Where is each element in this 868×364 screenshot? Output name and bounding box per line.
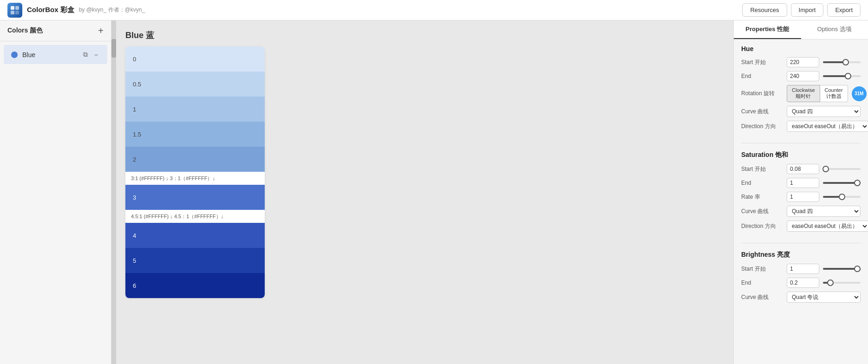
color-swatch[interactable]: 6 (125, 273, 265, 298)
color-swatch[interactable]: 5 (125, 248, 265, 273)
clockwise-button[interactable]: Clockwise 顺时针 (787, 85, 820, 102)
sat-start-row: Start 开始 (741, 164, 861, 174)
sidebar-title: Colors 颜色 (7, 26, 43, 35)
bright-curve-row: Curve 曲线 Quart 夸说 Quad Linear (741, 292, 861, 303)
sat-rate-input[interactable] (787, 192, 819, 202)
color-swatch[interactable]: 4 (125, 223, 265, 248)
bright-curve-label: Curve 曲线 (741, 293, 783, 301)
bright-end-label: End (741, 280, 783, 286)
sat-direction-select[interactable]: easeOut easeOut（易出） easeIn (787, 221, 868, 232)
swatch-label: 1.5 (133, 131, 141, 138)
divider-2 (741, 243, 861, 243)
palette-title: Blue 蓝 (125, 30, 724, 41)
swatch-label: 5 (133, 257, 136, 264)
sidebar-item-blue[interactable]: Blue ⧉ − (4, 45, 107, 64)
sat-end-input[interactable] (787, 178, 819, 188)
scrollbar-thumb[interactable] (111, 39, 116, 58)
export-button[interactable]: Export (827, 3, 861, 17)
sidebar-item-label: Blue (22, 51, 77, 58)
hue-rotation-row: Rotation 旋转 Clockwise 顺时针 Counter 计数器 31… (741, 85, 861, 102)
bright-start-label: Start 开始 (741, 265, 783, 273)
sat-direction-label: Direction 方向 (741, 222, 783, 230)
hue-direction-label: Direction 方向 (741, 123, 783, 130)
bright-start-input[interactable] (787, 264, 819, 274)
tab-properties[interactable]: Properties 性能 (734, 20, 801, 39)
divider-1 (741, 143, 861, 143)
bright-curve-select[interactable]: Quart 夸说 Quad Linear (787, 292, 861, 303)
color-swatch[interactable]: 1.5 (125, 122, 265, 147)
sat-direction-row: Direction 方向 easeOut easeOut（易出） easeIn (741, 221, 861, 232)
hue-start-input[interactable] (787, 57, 819, 67)
center-content: Blue 蓝 00.511.523:1 (#FFFFFF) ↓ 3：1（#FFF… (116, 20, 733, 364)
import-button[interactable]: Import (791, 3, 824, 17)
sidebar-item-actions: ⧉ − (81, 50, 100, 59)
app-logo (7, 3, 22, 18)
app-subtitle: by @kvyn_ 作者：@kvyn_ (79, 6, 145, 14)
resources-button[interactable]: Resources (742, 3, 787, 17)
color-swatch[interactable]: 0 (125, 46, 265, 72)
sat-end-slider[interactable] (823, 182, 861, 184)
svg-rect-0 (11, 6, 14, 10)
sat-curve-row: Curve 曲线 Quad 四 Linear (741, 206, 861, 217)
right-panel: Properties 性能 Options 选项 Hue Start 开始 En… (733, 20, 868, 364)
main-layout: Colors 颜色 + Blue ⧉ − Blue 蓝 00.511.523:1… (0, 20, 868, 364)
hue-direction-select[interactable]: easeOut easeOut（易出） easeIn easeInOut (787, 121, 868, 132)
svg-rect-1 (15, 6, 19, 10)
topbar-right: Resources Import Export (742, 3, 861, 17)
panel-tabs: Properties 性能 Options 选项 (734, 20, 868, 39)
sat-start-input[interactable] (787, 164, 819, 174)
sidebar-header: Colors 颜色 + (0, 20, 111, 41)
bright-start-row: Start 开始 (741, 264, 861, 274)
hue-direction-row: Direction 方向 easeOut easeOut（易出） easeIn … (741, 121, 861, 132)
color-swatch[interactable]: 0.5 (125, 72, 265, 97)
contrast-bar: 3:1 (#FFFFFF) ↓ 3：1（#FFFFFF）↓ (125, 172, 265, 185)
rotation-buttons: Clockwise 顺时针 Counter 计数器 (787, 85, 848, 102)
brightness-title: Brightness 亮度 (741, 251, 861, 259)
sat-curve-label: Curve 曲线 (741, 208, 783, 215)
hue-start-label: Start 开始 (741, 58, 783, 66)
app-title: ColorBox 彩盒 (27, 6, 74, 14)
scrollbar-track[interactable] (111, 20, 116, 364)
hue-rotation-label: Rotation 旋转 (741, 90, 783, 98)
topbar: ColorBox 彩盒 by @kvyn_ 作者：@kvyn_ Resource… (0, 0, 868, 20)
swatch-label: 6 (133, 282, 136, 289)
sat-start-slider[interactable] (823, 168, 861, 170)
hue-start-row: Start 开始 (741, 57, 861, 67)
svg-rect-2 (11, 11, 14, 14)
hue-end-input[interactable] (787, 71, 819, 81)
sat-rate-label: Rate 率 (741, 193, 783, 201)
swatch-label: 3 (133, 194, 136, 201)
hue-title: Hue (741, 45, 861, 52)
bright-end-input[interactable] (787, 278, 819, 288)
hue-end-slider[interactable] (823, 75, 861, 77)
hue-section: Hue Start 开始 End Rotation 旋转 (734, 39, 868, 141)
brightness-section: Brightness 亮度 Start 开始 End Curve 曲线 (734, 245, 868, 312)
color-swatch[interactable]: 2 (125, 147, 265, 172)
sat-start-label: Start 开始 (741, 165, 783, 173)
copy-button[interactable]: ⧉ (81, 50, 90, 59)
color-swatch[interactable]: 1 (125, 97, 265, 122)
tab-options[interactable]: Options 选项 (801, 20, 868, 39)
color-swatch[interactable]: 3 (125, 185, 265, 210)
hue-start-slider[interactable] (823, 61, 861, 63)
hue-end-label: End (741, 73, 783, 79)
topbar-left: ColorBox 彩盒 by @kvyn_ 作者：@kvyn_ (7, 3, 145, 18)
saturation-title: Saturation 饱和 (741, 151, 861, 159)
sat-rate-row: Rate 率 (741, 192, 861, 202)
badge-31m: 31M (852, 86, 867, 101)
svg-rect-3 (15, 11, 19, 14)
blue-dot (11, 52, 18, 58)
counter-button[interactable]: Counter 计数器 (820, 85, 848, 102)
hue-curve-select[interactable]: Quad 四 Linear Cubic (787, 106, 861, 117)
swatch-label: 2 (133, 156, 136, 163)
hue-end-row: End (741, 71, 861, 81)
swatch-label: 0.5 (133, 81, 141, 88)
add-color-button[interactable]: + (98, 26, 104, 35)
bright-end-slider[interactable] (823, 282, 861, 284)
delete-button[interactable]: − (92, 50, 100, 59)
bright-start-slider[interactable] (823, 268, 861, 270)
sat-curve-select[interactable]: Quad 四 Linear (787, 206, 861, 217)
bright-end-row: End (741, 278, 861, 288)
sat-rate-slider[interactable] (823, 196, 861, 198)
saturation-section: Saturation 饱和 Start 开始 End Rate 率 (734, 145, 868, 241)
